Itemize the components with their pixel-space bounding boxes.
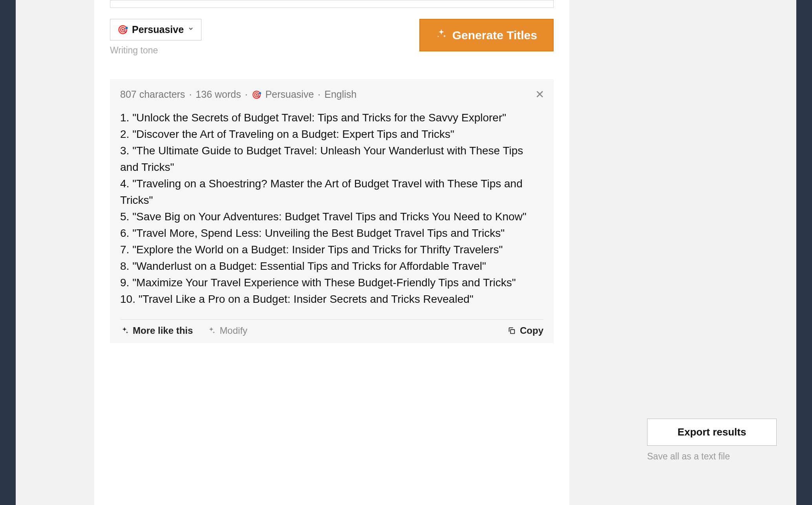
- meta-words: 136 words: [196, 89, 241, 100]
- meta-language: English: [324, 89, 357, 100]
- more-like-this-button[interactable]: More like this: [120, 325, 193, 336]
- more-label: More like this: [133, 325, 193, 336]
- export-caption: Save all as a text file: [647, 451, 777, 462]
- result-card: ✕ 807 characters · 136 words · 🎯 Persuas…: [110, 79, 554, 343]
- export-results-button[interactable]: Export results: [647, 419, 777, 446]
- target-icon: 🎯: [117, 25, 128, 35]
- list-item: 9. "Maximize Your Travel Experience with…: [120, 274, 543, 291]
- sparkle-icon: [207, 326, 216, 335]
- copy-button[interactable]: Copy: [507, 325, 543, 336]
- list-item: 6. "Travel More, Spend Less: Unveiling t…: [120, 225, 543, 242]
- meta-characters: 807 characters: [120, 89, 185, 100]
- generate-titles-button[interactable]: Generate Titles: [419, 19, 554, 51]
- list-item: 4. "Traveling on a Shoestring? Master th…: [120, 176, 543, 209]
- chevron-down-icon: [188, 26, 194, 34]
- tone-select[interactable]: 🎯 Persuasive: [110, 19, 201, 40]
- divider: [120, 319, 543, 320]
- list-item: 2. "Discover the Art of Traveling on a B…: [120, 126, 543, 143]
- list-item: 1. "Unlock the Secrets of Budget Travel:…: [120, 110, 543, 126]
- modify-button[interactable]: Modify: [207, 325, 247, 336]
- result-meta: 807 characters · 136 words · 🎯 Persuasiv…: [120, 89, 543, 100]
- modify-label: Modify: [219, 325, 247, 336]
- svg-rect-0: [510, 329, 514, 333]
- titles-list: 1. "Unlock the Secrets of Budget Travel:…: [120, 110, 543, 307]
- sparkle-icon: [436, 28, 447, 42]
- list-item: 10. "Travel Like a Pro on a Budget: Insi…: [120, 291, 543, 307]
- list-item: 5. "Save Big on Your Adventures: Budget …: [120, 209, 543, 225]
- target-icon: 🎯: [252, 90, 262, 99]
- meta-tone: Persuasive: [265, 89, 314, 100]
- copy-label: Copy: [520, 325, 543, 336]
- list-item: 3. "The Ultimate Guide to Budget Travel:…: [120, 143, 543, 176]
- export-label: Export results: [678, 426, 746, 438]
- tone-label: Persuasive: [132, 24, 184, 35]
- generate-label: Generate Titles: [452, 29, 537, 42]
- prompt-input[interactable]: [110, 0, 554, 8]
- list-item: 8. "Wanderlust on a Budget: Essential Ti…: [120, 258, 543, 274]
- close-icon[interactable]: ✕: [535, 88, 544, 101]
- tone-caption: Writing tone: [110, 45, 201, 56]
- sparkle-icon: [120, 326, 129, 335]
- list-item: 7. "Explore the World on a Budget: Insid…: [120, 242, 543, 258]
- copy-icon: [507, 326, 516, 335]
